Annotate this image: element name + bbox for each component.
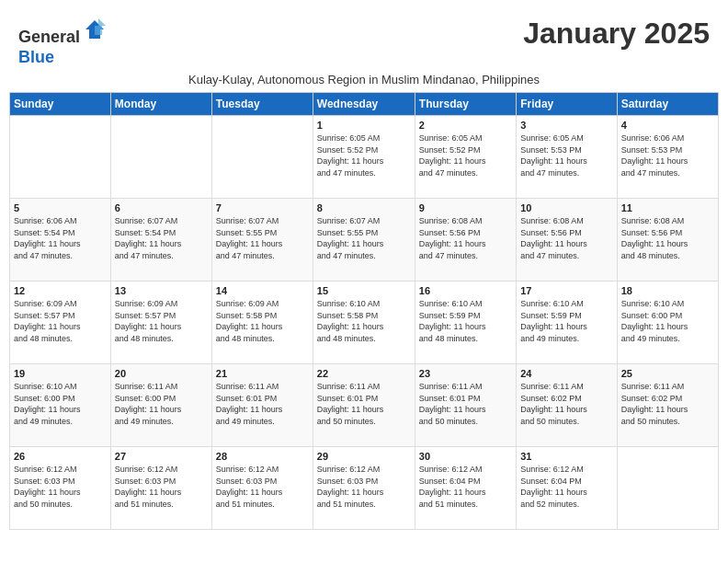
day-header-monday: Monday: [110, 93, 211, 116]
calendar-cell: 10Sunrise: 6:08 AM Sunset: 5:56 PM Dayli…: [517, 199, 617, 282]
day-info: Sunrise: 6:11 AM Sunset: 6:01 PM Dayligh…: [317, 381, 411, 427]
title-block: January 2025: [523, 17, 710, 51]
day-info: Sunrise: 6:10 AM Sunset: 6:00 PM Dayligh…: [621, 298, 714, 344]
month-title: January 2025: [523, 17, 710, 51]
calendar-cell: 5Sunrise: 6:06 AM Sunset: 5:54 PM Daylig…: [10, 199, 111, 282]
day-number: 12: [14, 285, 107, 296]
calendar-cell: 25Sunrise: 6:11 AM Sunset: 6:02 PM Dayli…: [617, 364, 718, 447]
calendar-cell: [211, 116, 313, 199]
day-header-wednesday: Wednesday: [313, 93, 415, 116]
day-info: Sunrise: 6:11 AM Sunset: 6:01 PM Dayligh…: [419, 381, 512, 427]
calendar-table: SundayMondayTuesdayWednesdayThursdayFrid…: [9, 92, 719, 530]
day-number: 10: [520, 202, 612, 213]
calendar-cell: 1Sunrise: 6:05 AM Sunset: 5:52 PM Daylig…: [313, 116, 415, 199]
day-info: Sunrise: 6:06 AM Sunset: 5:53 PM Dayligh…: [621, 132, 714, 178]
calendar-cell: 20Sunrise: 6:11 AM Sunset: 6:00 PM Dayli…: [110, 364, 211, 447]
day-number: 6: [115, 202, 208, 213]
calendar-cell: 2Sunrise: 6:05 AM Sunset: 5:52 PM Daylig…: [415, 116, 516, 199]
subtitle: Kulay-Kulay, Autonomous Region in Muslim…: [9, 71, 719, 92]
calendar-cell: 13Sunrise: 6:09 AM Sunset: 5:57 PM Dayli…: [110, 282, 211, 364]
calendar-week-row: 5Sunrise: 6:06 AM Sunset: 5:54 PM Daylig…: [10, 199, 719, 282]
day-header-saturday: Saturday: [617, 93, 718, 116]
day-number: 27: [115, 451, 208, 462]
day-info: Sunrise: 6:11 AM Sunset: 6:02 PM Dayligh…: [621, 381, 714, 427]
calendar-cell: 21Sunrise: 6:11 AM Sunset: 6:01 PM Dayli…: [211, 364, 313, 447]
svg-marker-1: [95, 18, 106, 35]
day-number: 14: [216, 285, 309, 296]
logo-icon: [82, 17, 108, 42]
day-info: Sunrise: 6:07 AM Sunset: 5:55 PM Dayligh…: [317, 215, 411, 261]
calendar-cell: 30Sunrise: 6:12 AM Sunset: 6:04 PM Dayli…: [415, 447, 516, 530]
calendar-week-row: 12Sunrise: 6:09 AM Sunset: 5:57 PM Dayli…: [10, 282, 719, 364]
day-number: 8: [317, 202, 411, 213]
day-header-tuesday: Tuesday: [211, 93, 313, 116]
day-number: 23: [419, 368, 512, 379]
day-number: 30: [419, 451, 512, 462]
day-number: 16: [419, 285, 512, 296]
calendar-week-row: 19Sunrise: 6:10 AM Sunset: 6:00 PM Dayli…: [10, 364, 719, 447]
calendar-cell: 3Sunrise: 6:05 AM Sunset: 5:53 PM Daylig…: [517, 116, 617, 199]
calendar-cell: 17Sunrise: 6:10 AM Sunset: 5:59 PM Dayli…: [517, 282, 617, 364]
day-info: Sunrise: 6:09 AM Sunset: 5:57 PM Dayligh…: [14, 298, 107, 344]
calendar-cell: 22Sunrise: 6:11 AM Sunset: 6:01 PM Dayli…: [313, 364, 415, 447]
calendar-cell: 12Sunrise: 6:09 AM Sunset: 5:57 PM Dayli…: [10, 282, 111, 364]
day-number: 25: [621, 368, 714, 379]
day-number: 9: [419, 202, 512, 213]
day-number: 24: [520, 368, 612, 379]
day-info: Sunrise: 6:08 AM Sunset: 5:56 PM Dayligh…: [419, 215, 512, 261]
calendar-cell: 14Sunrise: 6:09 AM Sunset: 5:58 PM Dayli…: [211, 282, 313, 364]
calendar-cell: 31Sunrise: 6:12 AM Sunset: 6:04 PM Dayli…: [517, 447, 617, 530]
day-info: Sunrise: 6:07 AM Sunset: 5:54 PM Dayligh…: [115, 215, 208, 261]
calendar-cell: [617, 447, 718, 530]
logo-blue-text: Blue: [18, 48, 54, 66]
calendar-cell: 24Sunrise: 6:11 AM Sunset: 6:02 PM Dayli…: [517, 364, 617, 447]
day-info: Sunrise: 6:08 AM Sunset: 5:56 PM Dayligh…: [621, 215, 714, 261]
calendar-cell: 19Sunrise: 6:10 AM Sunset: 6:00 PM Dayli…: [10, 364, 111, 447]
day-header-friday: Friday: [517, 93, 617, 116]
day-number: 2: [419, 120, 512, 131]
day-info: Sunrise: 6:10 AM Sunset: 5:59 PM Dayligh…: [520, 298, 612, 344]
day-number: 18: [621, 285, 714, 296]
day-number: 22: [317, 368, 411, 379]
page-container: General Blue January 2025 Kulay-Kulay, A…: [9, 9, 719, 530]
day-number: 28: [216, 451, 309, 462]
calendar-week-row: 26Sunrise: 6:12 AM Sunset: 6:03 PM Dayli…: [10, 447, 719, 530]
calendar-cell: 4Sunrise: 6:06 AM Sunset: 5:53 PM Daylig…: [617, 116, 718, 199]
calendar-cell: 16Sunrise: 6:10 AM Sunset: 5:59 PM Dayli…: [415, 282, 516, 364]
header: General Blue January 2025: [9, 9, 719, 71]
day-info: Sunrise: 6:08 AM Sunset: 5:56 PM Dayligh…: [520, 215, 612, 261]
calendar-cell: [10, 116, 111, 199]
day-info: Sunrise: 6:12 AM Sunset: 6:03 PM Dayligh…: [14, 464, 107, 510]
day-info: Sunrise: 6:12 AM Sunset: 6:03 PM Dayligh…: [216, 464, 309, 510]
day-info: Sunrise: 6:11 AM Sunset: 6:01 PM Dayligh…: [216, 381, 309, 427]
day-number: 11: [621, 202, 714, 213]
calendar-cell: 15Sunrise: 6:10 AM Sunset: 5:58 PM Dayli…: [313, 282, 415, 364]
day-info: Sunrise: 6:10 AM Sunset: 5:59 PM Dayligh…: [419, 298, 512, 344]
day-number: 20: [115, 368, 208, 379]
calendar-cell: 8Sunrise: 6:07 AM Sunset: 5:55 PM Daylig…: [313, 199, 415, 282]
day-number: 4: [621, 120, 714, 131]
calendar-cell: 28Sunrise: 6:12 AM Sunset: 6:03 PM Dayli…: [211, 447, 313, 530]
day-info: Sunrise: 6:05 AM Sunset: 5:53 PM Dayligh…: [520, 132, 612, 178]
day-info: Sunrise: 6:05 AM Sunset: 5:52 PM Dayligh…: [317, 132, 411, 178]
day-info: Sunrise: 6:05 AM Sunset: 5:52 PM Dayligh…: [419, 132, 512, 178]
calendar-cell: 23Sunrise: 6:11 AM Sunset: 6:01 PM Dayli…: [415, 364, 516, 447]
day-number: 13: [115, 285, 208, 296]
day-info: Sunrise: 6:11 AM Sunset: 6:00 PM Dayligh…: [115, 381, 208, 427]
day-header-sunday: Sunday: [10, 93, 111, 116]
day-number: 5: [14, 202, 107, 213]
day-info: Sunrise: 6:10 AM Sunset: 5:58 PM Dayligh…: [317, 298, 411, 344]
calendar-cell: 9Sunrise: 6:08 AM Sunset: 5:56 PM Daylig…: [415, 199, 516, 282]
day-header-thursday: Thursday: [415, 93, 516, 116]
day-info: Sunrise: 6:12 AM Sunset: 6:03 PM Dayligh…: [317, 464, 411, 510]
day-info: Sunrise: 6:07 AM Sunset: 5:55 PM Dayligh…: [216, 215, 309, 261]
calendar-cell: [110, 116, 211, 199]
calendar-header-row: SundayMondayTuesdayWednesdayThursdayFrid…: [10, 93, 719, 116]
calendar-cell: 18Sunrise: 6:10 AM Sunset: 6:00 PM Dayli…: [617, 282, 718, 364]
day-number: 19: [14, 368, 107, 379]
day-number: 31: [520, 451, 612, 462]
day-number: 15: [317, 285, 411, 296]
day-number: 3: [520, 120, 612, 131]
calendar-week-row: 1Sunrise: 6:05 AM Sunset: 5:52 PM Daylig…: [10, 116, 719, 199]
logo: General Blue: [18, 17, 108, 67]
